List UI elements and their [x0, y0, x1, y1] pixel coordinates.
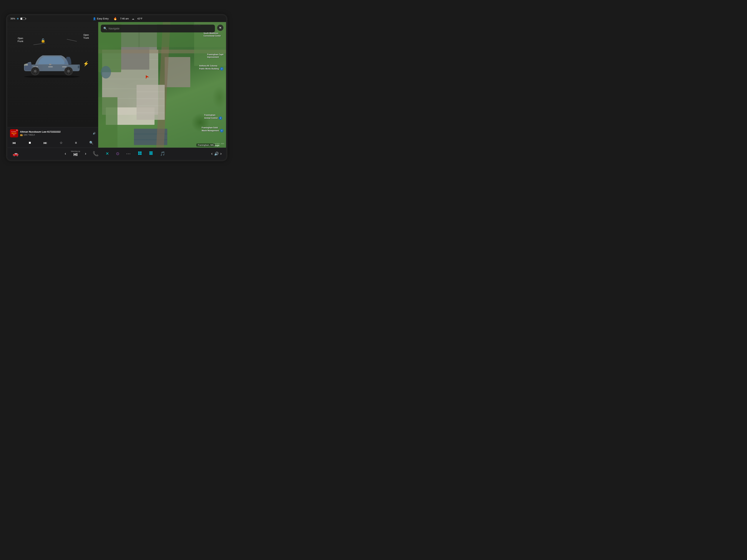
svg-rect-25 — [149, 153, 153, 154]
map-label-framingham-cap: Framingham Capit Improvement — [207, 53, 224, 58]
radio-icon: 📻 — [20, 134, 23, 136]
taskbar-center: ‹ Warming Up HI › 📞 ✕ ⊙ — [64, 150, 166, 157]
green-area-sw — [98, 97, 118, 148]
cancel-icon: ✕ — [106, 151, 109, 156]
phone-icon: 📞 — [93, 151, 99, 157]
media-player: CLASSIC ROCK 100.7 WZLX Altman Nussbaum … — [7, 127, 98, 148]
svg-point-0 — [24, 75, 80, 78]
person-icon: 👤 — [93, 17, 96, 20]
status-center: 👤 Easy Entry 🔥 7:46 am ☁ 42°F — [91, 17, 142, 21]
status-left: 36% ❄ — [10, 17, 26, 20]
search-media-button[interactable]: 🔍 — [88, 140, 95, 145]
forward-arrow-button[interactable]: › — [84, 151, 87, 157]
location-marker — [145, 75, 149, 80]
svg-rect-20 — [138, 152, 140, 153]
weather-icon: ☁ — [132, 17, 134, 20]
stop-button[interactable]: ⏹ — [27, 140, 33, 145]
svg-rect-2 — [48, 66, 53, 67]
warming-up-label: Warming Up — [71, 150, 80, 152]
navigation-search[interactable]: 🔍 Navigate — [101, 25, 215, 32]
phone-button[interactable]: 📞 — [91, 150, 100, 157]
close-button[interactable]: ✕ — [104, 151, 110, 157]
search-placeholder: Navigate — [108, 27, 120, 30]
battery-percent: 36% — [10, 17, 15, 20]
building-east — [165, 57, 190, 87]
media-title: Altman Nussbaum Law 6172222222 — [20, 130, 91, 133]
easy-entry-label: Easy Entry — [97, 17, 108, 20]
flame-icon: 🔥 — [113, 17, 117, 20]
search-icon: 🔍 — [103, 27, 107, 30]
map-label-corrections: South Middlesex Correctional Center — [204, 32, 221, 37]
tesla-screen: 36% ❄ 👤 Easy Entry 🔥 7:46 am ☁ 42°F — [7, 16, 226, 160]
svg-rect-18 — [49, 64, 51, 65]
favorite-button[interactable]: ☆ — [58, 140, 64, 145]
charge-icon: ⚡ — [83, 61, 89, 67]
pond — [101, 66, 111, 79]
radio-logo: CLASSIC ROCK 100.7 WZLX — [10, 129, 18, 137]
back-arrow-button[interactable]: ‹ — [64, 151, 67, 157]
battery-bar — [20, 18, 26, 20]
music-icon: 🎵 — [160, 151, 165, 156]
grid-icon — [138, 151, 142, 156]
media-controls[interactable]: ⏮ ⏹ ⏭ ☆ ≡ 🔍 — [10, 140, 96, 146]
media-info: Altman Nussbaum Law 6172222222 📻 100.7 W… — [20, 130, 91, 136]
svg-rect-23 — [140, 153, 141, 155]
car-illustration — [17, 41, 87, 78]
taskbar: 🚗 ‹ Warming Up HI › 📞 ✕ — [7, 148, 226, 160]
dots-icon: ··· — [126, 151, 131, 156]
camera-button[interactable]: ⊙ — [114, 151, 121, 157]
taskbar-left: 🚗 — [11, 150, 20, 157]
next-track-button[interactable]: ⏭ — [42, 140, 49, 146]
easy-entry-badge[interactable]: 👤 Easy Entry — [91, 17, 110, 21]
north-compass[interactable]: N — [217, 25, 224, 31]
hi-temperature-display: HI — [74, 152, 78, 157]
map-label-public-works: Anthony M. Colonna Public Works Building… — [199, 64, 224, 71]
media-top-row: CLASSIC ROCK 100.7 WZLX Altman Nussbaum … — [10, 129, 96, 137]
warming-up-section: Warming Up HI — [71, 150, 80, 157]
svg-rect-26 — [149, 154, 153, 155]
prev-track-button[interactable]: ⏮ — [11, 140, 18, 146]
left-panel: Open Frunk Open Trunk 🔓 — [7, 22, 98, 148]
media-station: 📻 100.7 WZLX — [20, 134, 91, 136]
volume-indicator: 🔊 — [93, 132, 96, 135]
volume-down-button[interactable]: ‹ — [210, 151, 213, 157]
volume-icon: 🔊 — [214, 152, 219, 156]
taskbar-right: ‹ 🔊 › — [210, 151, 222, 157]
volume-up-button[interactable]: › — [220, 151, 222, 157]
cards-icon — [149, 151, 153, 156]
equalizer-button[interactable]: ≡ — [74, 140, 79, 145]
grid-button[interactable] — [136, 150, 144, 157]
svg-rect-3 — [62, 66, 67, 67]
svg-rect-24 — [149, 152, 153, 153]
map-label-animal-control: Framingham Animal Control ℹ — [204, 114, 222, 120]
map-location-label: Framingham, MA — [197, 143, 215, 146]
battery-fill — [21, 18, 22, 20]
car-view: Open Frunk Open Trunk 🔓 — [7, 22, 98, 127]
volume-control[interactable]: 🔊 — [214, 152, 219, 156]
status-bar: 36% ❄ 👤 Easy Entry 🔥 7:46 am ☁ 42°F — [7, 16, 226, 22]
car-button[interactable]: 🚗 — [11, 150, 20, 157]
camera-icon: ⊙ — [116, 151, 119, 156]
music-button[interactable]: 🎵 — [159, 151, 166, 157]
time-display: 7:46 am — [120, 17, 129, 20]
main-content: Open Frunk Open Trunk 🔓 — [7, 22, 226, 148]
more-button[interactable]: ··· — [125, 151, 132, 157]
temperature-display: 42°F — [137, 17, 143, 20]
cards-button[interactable] — [148, 150, 155, 157]
map-label-waste: Framingham Solid Waste Management ℹ — [202, 127, 224, 132]
parking-lot-secondary — [136, 85, 165, 120]
trunk-label[interactable]: Open Trunk — [83, 33, 89, 40]
svg-rect-22 — [138, 153, 140, 155]
snowflake-icon: ❄ — [17, 17, 19, 20]
map-container[interactable]: South Middlesex Correctional Center Fram… — [98, 22, 226, 148]
svg-rect-21 — [140, 152, 141, 153]
svg-rect-19 — [78, 65, 79, 68]
speaker-icon: 🔊 — [93, 132, 96, 135]
car-icon: 🚗 — [12, 151, 19, 157]
map-panel: South Middlesex Correctional Center Fram… — [98, 22, 226, 148]
